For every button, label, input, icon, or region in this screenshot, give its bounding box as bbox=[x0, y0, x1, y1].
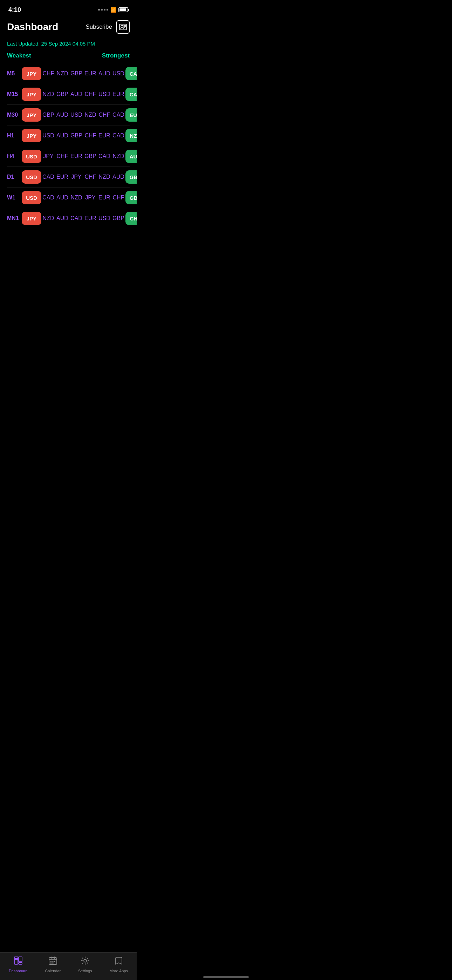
currency-item: AUD bbox=[56, 194, 69, 201]
strongest-badge: NZD bbox=[126, 129, 137, 142]
currencies-list: JPYUSDAUDGBPCHFEURCADNZD bbox=[22, 129, 137, 142]
currencies-list: USDCADAUDNZDJPYEURCHFGBP bbox=[22, 191, 137, 204]
currency-item: GBP bbox=[69, 132, 83, 139]
currencies-list: JPYNZDGBPAUDCHFUSDEURCAD bbox=[22, 88, 137, 101]
currencies-list: JPYGBPAUDUSDNZDCHFCADEUR bbox=[22, 108, 137, 122]
currency-row[interactable]: H4USDJPYCHFEURGBPCADNZDAUD› bbox=[0, 146, 137, 167]
currency-item: EUR bbox=[56, 174, 69, 180]
weakest-badge: JPY bbox=[22, 67, 41, 80]
currency-row[interactable]: MN1JPYNZDAUDCADEURUSDGBPCHF› bbox=[0, 208, 137, 229]
timeframe-label: W1 bbox=[7, 194, 22, 201]
currency-row[interactable]: M15JPYNZDGBPAUDCHFUSDEURCAD› bbox=[0, 84, 137, 105]
currency-item: AUD bbox=[69, 91, 83, 97]
timeframe-label: D1 bbox=[7, 174, 22, 180]
weakest-badge: USD bbox=[22, 150, 41, 163]
status-icons: 📶 bbox=[98, 7, 128, 13]
svg-point-1 bbox=[121, 25, 123, 27]
currency-item: CAD bbox=[97, 153, 111, 159]
currency-item: NZD bbox=[41, 91, 56, 97]
subscribe-button[interactable]: Subscribe bbox=[86, 24, 112, 30]
currency-item: CAD bbox=[69, 215, 83, 221]
currency-item: AUD bbox=[97, 70, 111, 77]
timeframe-label: H1 bbox=[7, 132, 22, 139]
currencies-list: USDJPYCHFEURGBPCADNZDAUD bbox=[22, 150, 137, 163]
currency-item: NZD bbox=[111, 153, 126, 159]
currency-item: EUR bbox=[69, 153, 83, 159]
currencies-list: USDCADEURJPYCHFNZDAUDGBP bbox=[22, 170, 137, 184]
strongest-badge: CAD bbox=[126, 67, 137, 80]
weakest-badge: JPY bbox=[22, 88, 41, 101]
currency-row[interactable]: H1JPYUSDAUDGBPCHFEURCADNZD› bbox=[0, 126, 137, 146]
currency-item: NZD bbox=[69, 194, 83, 201]
currency-item: JPY bbox=[69, 174, 83, 180]
currency-item: EUR bbox=[111, 91, 126, 97]
currency-item: NZD bbox=[97, 174, 111, 180]
strongest-badge: CAD bbox=[126, 88, 137, 101]
timeframe-label: MN1 bbox=[7, 215, 22, 221]
currency-item: AUD bbox=[56, 112, 69, 118]
currency-item: USD bbox=[97, 91, 111, 97]
currency-item: USD bbox=[41, 132, 56, 139]
currency-item: CHF bbox=[83, 174, 97, 180]
weakest-badge: USD bbox=[22, 191, 41, 204]
currency-item: NZD bbox=[56, 70, 69, 77]
strongest-label: Strongest bbox=[102, 52, 130, 59]
currency-item: GBP bbox=[41, 112, 56, 118]
currencies-list: JPYNZDAUDCADEURUSDGBPCHF bbox=[22, 212, 137, 225]
currency-item: USD bbox=[111, 70, 126, 77]
currency-item: GBP bbox=[56, 91, 69, 97]
currency-item: EUR bbox=[83, 70, 97, 77]
header: Dashboard Subscribe bbox=[0, 18, 137, 39]
currency-row[interactable]: M30JPYGBPAUDUSDNZDCHFCADEUR› bbox=[0, 105, 137, 125]
strength-header: Weakest Strongest bbox=[0, 51, 137, 62]
currency-row[interactable]: W1USDCADAUDNZDJPYEURCHFGBP› bbox=[0, 188, 137, 208]
timeframe-label: M30 bbox=[7, 112, 22, 118]
currency-item: GBP bbox=[69, 70, 83, 77]
currency-item: CAD bbox=[41, 174, 56, 180]
last-updated: Last Updated: 25 Sep 2024 04:05 PM bbox=[0, 39, 137, 51]
currency-item: GBP bbox=[83, 153, 97, 159]
currency-item: CHF bbox=[111, 194, 126, 201]
wifi-icon: 📶 bbox=[110, 7, 116, 13]
status-time: 4:10 bbox=[8, 6, 21, 14]
weakest-badge: JPY bbox=[22, 212, 41, 225]
currency-row[interactable]: D1USDCADEURJPYCHFNZDAUDGBP› bbox=[0, 167, 137, 187]
strongest-badge: GBP bbox=[126, 170, 137, 184]
currency-item: CHF bbox=[56, 153, 69, 159]
currency-item: USD bbox=[69, 112, 83, 118]
currency-rows: M5JPYCHFNZDGBPEURAUDUSDCAD›M15JPYNZDGBPA… bbox=[0, 62, 137, 230]
currency-item: USD bbox=[97, 215, 111, 221]
status-bar: 4:10 📶 bbox=[0, 0, 137, 18]
currency-item: JPY bbox=[41, 153, 56, 159]
currency-item: EUR bbox=[97, 194, 111, 201]
battery-icon bbox=[118, 7, 128, 12]
currencies-list: JPYCHFNZDGBPEURAUDUSDCAD bbox=[22, 67, 137, 80]
strongest-badge: CHF bbox=[126, 212, 137, 225]
strongest-badge: EUR bbox=[126, 108, 137, 122]
currency-item: CHF bbox=[83, 91, 97, 97]
timeframe-label: H4 bbox=[7, 153, 22, 159]
currency-item: CHF bbox=[41, 70, 56, 77]
weakest-label: Weakest bbox=[7, 52, 31, 59]
page-title: Dashboard bbox=[7, 21, 58, 33]
weakest-badge: JPY bbox=[22, 108, 41, 122]
weakest-badge: USD bbox=[22, 170, 41, 184]
currency-item: AUD bbox=[56, 132, 69, 139]
profile-button[interactable] bbox=[116, 20, 130, 33]
signal-icon bbox=[98, 9, 108, 11]
timeframe-label: M15 bbox=[7, 91, 22, 97]
currency-item: AUD bbox=[56, 215, 69, 221]
header-actions: Subscribe bbox=[86, 20, 130, 33]
currency-item: CAD bbox=[41, 194, 56, 201]
currency-row[interactable]: M5JPYCHFNZDGBPEURAUDUSDCAD› bbox=[0, 64, 137, 84]
weakest-badge: JPY bbox=[22, 129, 41, 142]
currency-item: AUD bbox=[111, 174, 126, 180]
currency-item: NZD bbox=[83, 112, 97, 118]
strongest-badge: GBP bbox=[126, 191, 137, 204]
currency-item: CAD bbox=[111, 112, 126, 118]
currency-item: JPY bbox=[83, 194, 97, 201]
currency-item: CAD bbox=[111, 132, 126, 139]
currency-item: GBP bbox=[111, 215, 126, 221]
currency-item: CHF bbox=[97, 112, 111, 118]
currency-item: EUR bbox=[97, 132, 111, 139]
